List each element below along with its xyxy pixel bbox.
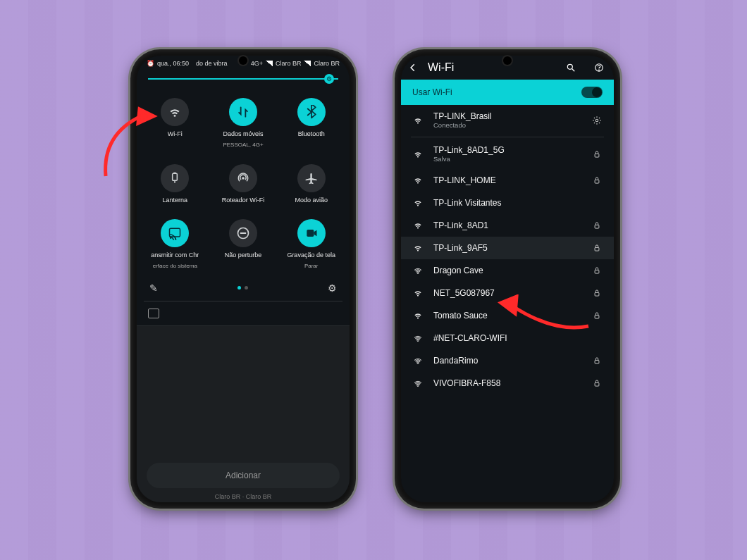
brightness-slider[interactable]: ⚙ [148,74,338,84]
wifi-network-row[interactable]: TP-Link_9AF5 [401,237,614,259]
qs-tile-hotspot[interactable]: Roteador Wi-Fi [211,164,276,204]
qs-tile-flashlight[interactable]: Lanterna [142,164,208,204]
wifi-network-status: Salva [433,155,581,163]
wifi-network-row[interactable]: VIVOFIBRA-F858 [401,372,614,394]
qs-tile-data[interactable]: Dados móveis PESSOAL, 4G+ [211,98,276,149]
lock-icon [590,220,604,230]
wifi-network-name: Tomato Sauce [433,311,581,321]
wifi-network-name: TP-LINK_Brasil [433,111,581,121]
wifi-signal-icon [411,311,425,321]
carrier-footer-text: Claro BR · Claro BR [137,493,350,500]
lock-icon [590,243,604,253]
search-icon[interactable] [566,63,576,73]
add-button[interactable]: Adicionar [147,463,340,488]
phone-frame: Wi-Fi Usar Wi-Fi TP-LINK_Brasil Conectad… [395,49,620,509]
wifi-signal-icon [411,288,425,298]
quick-settings-grid: Wi-Fi Dados móveis PESSOAL, 4G+ Bluetoot… [137,88,350,277]
camera-hole [239,56,247,65]
carrier-1: Claro BR [276,60,302,67]
wifi-network-row[interactable]: NET_5G087967 [401,282,614,304]
wifi-network-list[interactable]: TP-LINK_Brasil Conectado TP-Link_8AD1_5G… [401,105,614,502]
wifi-signal-icon [411,243,425,253]
brightness-track [148,78,338,80]
phone-frame: ⏰ qua., 06:50 do de vibra 4G+ Claro BR C… [130,49,356,509]
settings-gear-icon[interactable]: ⚙ [328,282,337,294]
qs-tile-label: Modo avião [295,197,328,204]
wifi-signal-icon [411,266,425,275]
record-icon [297,219,326,247]
wifi-signal-icon [411,220,425,230]
divider [411,137,604,137]
page-indicator [158,286,328,290]
phone-quick-settings: ⏰ qua., 06:50 do de vibra 4G+ Claro BR C… [130,49,356,509]
flashlight-icon [161,164,189,192]
svg-point-1 [567,64,572,69]
wifi-network-row[interactable]: TP-Link Visitantes [401,192,614,214]
wifi-network-name: TP-Link Visitantes [433,198,581,208]
svg-point-3 [599,70,600,70]
signal-icon-1 [266,61,273,66]
qs-tile-label: Lanterna [163,197,188,204]
page-dot-2 [245,286,248,290]
lock-icon [590,175,604,185]
qs-tile-airplane[interactable]: Modo avião [278,164,344,204]
wifi-network-row[interactable]: #NET-CLARO-WIFI [401,327,614,349]
wifi-toggle-switch[interactable] [581,87,603,98]
lock-icon [590,149,604,159]
help-icon[interactable] [594,63,604,73]
qs-tile-label: Roteador Wi-Fi [222,197,265,204]
qs-tile-cast[interactable]: ansmitir com Chr erface do sistema [142,219,208,270]
wifi-network-name: VIVOFIBRA-F858 [433,378,581,388]
quick-settings-footer: ✎ ⚙ [137,277,350,301]
bluetooth-icon [297,98,326,126]
wifi-icon [161,98,189,126]
qs-tile-label: Dados móveis [223,130,263,138]
notification-area: Adicionar Claro BR · Claro BR [137,325,350,502]
wifi-network-name: TP-Link_8AD1 [433,220,581,230]
gear-icon[interactable] [590,116,604,125]
dnd-icon [229,219,257,247]
media-output-row[interactable] [137,301,350,325]
back-icon[interactable] [408,63,418,73]
wifi-signal-icon [411,149,425,159]
wifi-network-row[interactable]: TP-Link_8AD1 [401,214,614,237]
hotspot-icon [229,164,257,192]
qs-tile-label: Gravação de tela [287,251,335,259]
qs-tile-sublabel: PESSOAL, 4G+ [223,142,263,149]
signal-icon-2 [304,61,311,66]
edit-tiles-icon[interactable]: ✎ [149,282,158,294]
wifi-network-name: #NET-CLARO-WIFI [433,333,581,343]
wifi-signal-icon [411,378,425,388]
carrier-2: Claro BR [314,60,340,67]
wifi-signal-icon [411,198,425,208]
lock-icon [590,378,604,388]
wifi-signal-icon [411,333,425,343]
wifi-network-name: NET_5G087967 [433,288,581,298]
wifi-network-name: TP-Link_8AD1_5G [433,145,581,155]
wifi-network-row[interactable]: Tomato Sauce [401,304,614,327]
wifi-network-row[interactable]: Dragon Cave [401,259,614,282]
wifi-signal-icon [411,175,425,185]
wifi-network-name: TP-Link_9AF5 [433,243,581,253]
cast-icon [148,309,159,318]
wifi-network-status: Conectado [433,121,581,129]
brightness-gear-icon[interactable]: ⚙ [324,74,334,84]
qs-tile-dnd[interactable]: Não perturbe [211,219,276,270]
lock-icon [590,266,604,275]
wifi-network-row[interactable]: DandaRimo [401,349,614,372]
screen-quick-settings: ⏰ qua., 06:50 do de vibra 4G+ Claro BR C… [137,56,350,502]
qs-tile-bluetooth[interactable]: Bluetooth [278,98,344,149]
wifi-network-row[interactable]: TP-Link_8AD1_5G Salva [401,139,614,169]
lock-icon [590,288,604,298]
use-wifi-toggle-row[interactable]: Usar Wi-Fi [401,80,614,105]
background-pattern [0,0,747,560]
wifi-network-row[interactable]: TP-LINK_HOME [401,169,614,192]
qs-tile-wifi[interactable]: Wi-Fi [142,98,208,149]
wifi-signal-icon [411,116,425,125]
qs-tile-label: Wi-Fi [168,130,183,138]
wifi-network-name: TP-LINK_HOME [433,175,581,185]
wifi-signal-icon [411,356,425,366]
airplane-icon [297,164,326,192]
wifi-network-row[interactable]: TP-LINK_Brasil Conectado [401,105,614,135]
qs-tile-record[interactable]: Gravação de tela Parar [278,219,344,270]
